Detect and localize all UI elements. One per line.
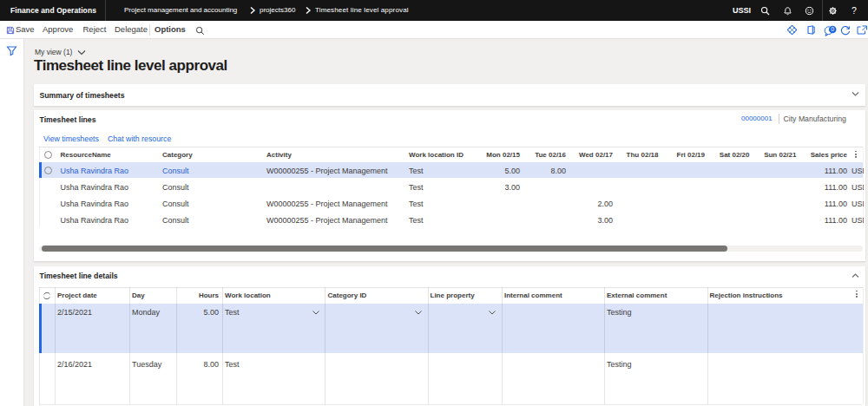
svg-text:0: 0	[831, 26, 834, 32]
